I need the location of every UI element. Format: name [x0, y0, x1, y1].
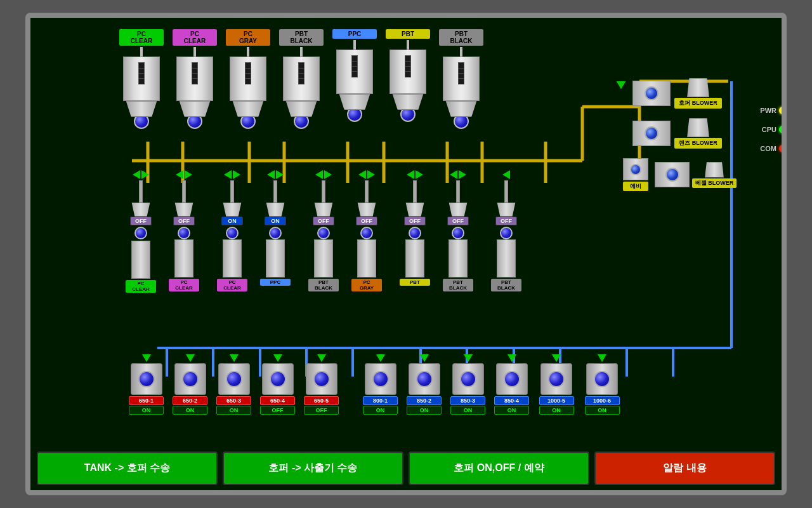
machine-id-650-4[interactable]: 650-4 — [260, 396, 295, 405]
machine-status-650-1: ON — [129, 406, 164, 415]
machine-knob-1 — [138, 371, 155, 387]
feeder-group-1: OFF PCCLEAR OFF PCCLEAR — [126, 170, 199, 295]
machine-valve-icon — [508, 354, 516, 362]
tank-3-pipe — [247, 47, 249, 57]
feeder-tube — [504, 180, 508, 203]
feeder-box-2 — [174, 239, 193, 277]
machine-knob-7 — [416, 371, 433, 387]
tank-transfer-button[interactable]: TANK -> 호퍼 수송 — [37, 451, 218, 485]
valve-icon — [276, 170, 284, 179]
blower-3-knob — [665, 168, 679, 182]
machine-status-650-3: ON — [216, 406, 251, 415]
machine-valve-icon — [273, 354, 282, 362]
hopper-onoff-button[interactable]: 호퍼 ON,OFF / 예약 — [409, 451, 589, 485]
valve-icon — [224, 170, 232, 179]
machine-id-650-3[interactable]: 650-3 — [216, 396, 251, 405]
feeder-valves-1: OFF PCCLEAR OFF PCCLEAR — [126, 170, 199, 293]
valve-icon — [233, 170, 240, 179]
feeder-tube — [413, 180, 417, 203]
tank-3-body — [230, 57, 266, 101]
machine-valve-icon — [186, 354, 195, 362]
feeder-sw-off[interactable]: OFF — [356, 217, 377, 225]
feeder-knob — [178, 227, 190, 239]
machine-650-4: 650-4 OFF — [257, 354, 298, 415]
hopper-blower-body — [632, 81, 671, 106]
feeder-group-2: ON PCCLEAR ON PPC — [217, 170, 291, 291]
machine-800-1: 800-1 ON — [360, 354, 401, 415]
machine-knob-3 — [226, 371, 242, 387]
feeder-sw-off[interactable]: OFF — [447, 217, 469, 225]
feeder-label-2b: PPC — [260, 279, 291, 286]
machine-id-850-2[interactable]: 850-2 — [407, 396, 442, 405]
machine-850-2: 850-2 ON — [403, 354, 445, 415]
feeder-hopper — [265, 203, 285, 217]
feeder-1b: OFF PCCLEAR — [169, 170, 199, 293]
feeder-hopper — [222, 203, 242, 217]
blower-2-knob — [645, 126, 658, 140]
machine-body-1 — [131, 363, 162, 395]
feeder-sw-off[interactable]: OFF — [404, 217, 426, 225]
machine-id-1000-5[interactable]: 1000-5 — [539, 396, 574, 405]
ebi-unit: 에비 — [623, 158, 648, 191]
machine-body-10 — [540, 363, 572, 395]
machine-850-3: 850-3 ON — [447, 354, 488, 415]
alarm-button[interactable]: 알람 내용 — [594, 451, 775, 485]
machine-850-4: 850-4 ON — [491, 354, 532, 415]
machine-body-2 — [174, 363, 206, 395]
tank-2-pipe — [193, 47, 196, 57]
bezel-blower-hopper: 베젤 BLOWER — [692, 162, 737, 188]
bezel-area: 에비 베젤 BLOWER — [623, 158, 747, 191]
tank-1: PCCLEAR — [119, 29, 164, 129]
tank-1-body — [123, 57, 160, 101]
machine-status-1000-5: ON — [539, 406, 574, 415]
feeder-4a: OFF PBT — [400, 170, 430, 291]
feeder-sw-off[interactable]: OFF — [130, 217, 152, 225]
tank-5-lower — [336, 94, 373, 110]
machine-valve-icon — [464, 354, 473, 362]
machine-id-650-1[interactable]: 650-1 — [129, 396, 164, 405]
machine-id-850-4[interactable]: 850-4 — [494, 396, 529, 405]
machine-valve-icon — [420, 354, 429, 362]
feeder-hopper — [357, 203, 377, 217]
machine-valve-icon — [598, 354, 606, 362]
feeder-sw-on[interactable]: ON — [265, 217, 286, 225]
machine-1000-6: 1000-6 ON — [580, 354, 624, 415]
machine-650-5: 650-5 OFF — [301, 354, 342, 415]
lens-blower-hopper: 렌즈 BLOWER — [674, 118, 722, 149]
machine-body-11 — [586, 363, 618, 395]
valve-icon — [502, 170, 510, 179]
machine-id-850-3[interactable]: 850-3 — [450, 396, 485, 405]
feeder-2a: ON PCCLEAR — [217, 170, 247, 291]
machine-id-650-5[interactable]: 650-5 — [304, 396, 339, 405]
feeder-hopper — [496, 203, 516, 217]
tank-5: PPC — [332, 29, 377, 129]
tank-7-lower — [443, 101, 480, 117]
machine-body-3 — [218, 363, 250, 395]
feeder-label-5a: PBTBLACK — [491, 279, 521, 291]
blower-hopper-shape-2 — [687, 118, 709, 137]
tank-6-body — [390, 50, 426, 94]
blower-hopper-shape — [687, 78, 709, 97]
feeder-sw-off[interactable]: OFF — [313, 217, 334, 225]
machine-body-8 — [452, 363, 484, 395]
machine-id-650-2[interactable]: 650-2 — [173, 396, 207, 405]
feeder-hopper — [131, 203, 151, 217]
hopper-transfer-button[interactable]: 호퍼 -> 사출기 수송 — [223, 451, 403, 485]
tank-6-lower — [390, 94, 426, 110]
feeder-label-3b: PCGRAY — [351, 279, 382, 291]
tank-6-pipe — [407, 40, 409, 50]
feeder-group-4: OFF PBT OFF PBTBLACK — [400, 170, 473, 291]
machine-id-1000-6[interactable]: 1000-6 — [585, 396, 620, 405]
machine-valve-icon — [552, 354, 561, 362]
tank-3: PCGRAY — [226, 29, 270, 129]
feeder-sw-off[interactable]: OFF — [173, 217, 195, 225]
tank-7-body — [443, 57, 480, 101]
machine-status-800-1: ON — [363, 406, 398, 415]
machine-id-800-1[interactable]: 800-1 — [363, 396, 398, 405]
feeder-4b: OFF PBTBLACK — [443, 170, 473, 291]
feeder-box-1 — [131, 241, 150, 279]
feeder-box-3 — [223, 239, 242, 277]
feeder-sw-on[interactable]: ON — [221, 217, 243, 225]
feeder-sw-off[interactable]: OFF — [495, 217, 517, 225]
machine-knob-10 — [548, 371, 565, 387]
